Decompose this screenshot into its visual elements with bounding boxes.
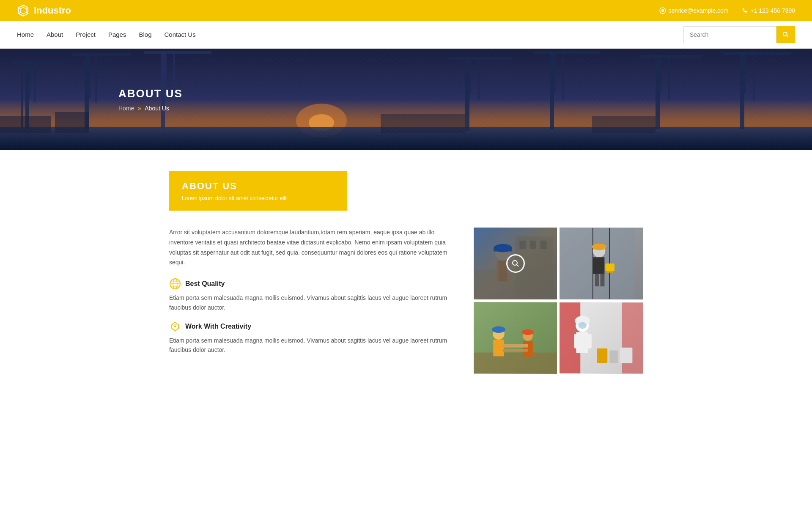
svg-rect-39 — [660, 58, 661, 92]
svg-point-68 — [513, 261, 517, 265]
svg-point-76 — [592, 244, 606, 250]
svg-rect-44 — [753, 55, 754, 102]
about-label-title: ABOUT US — [182, 181, 330, 192]
svg-rect-18 — [29, 64, 30, 98]
nav-link-project[interactable]: Project — [76, 31, 96, 38]
nav-link-contact[interactable]: Contact Us — [164, 31, 195, 38]
about-label-box: ABOUT US Lorem ipsum dolor sit amet cons… — [169, 171, 347, 211]
nav-item-project[interactable]: Project — [76, 31, 96, 38]
email-text: service@example.com — [669, 7, 729, 14]
nav-item-home[interactable]: Home — [17, 31, 34, 38]
logo-text: Industro — [34, 5, 71, 16]
svg-rect-43 — [744, 55, 746, 93]
feature-creativity-text: Etiam porta sem malesuada magna mollis e… — [169, 336, 457, 355]
search-button[interactable] — [776, 26, 795, 43]
nav-link-blog[interactable]: Blog — [139, 31, 151, 38]
image-1-overlay — [474, 228, 557, 299]
svg-rect-47 — [381, 114, 465, 133]
logo[interactable]: Industro — [17, 4, 71, 17]
feature-creativity-label: Work With Creativity — [185, 323, 251, 330]
feature-best-quality: Best Quality Etiam porta sem malesuada m… — [169, 278, 457, 312]
svg-rect-30 — [448, 57, 512, 60]
top-bar: Industro service@example.com +1 123 456 … — [0, 0, 812, 21]
nav-bar: Home About Project Pages Blog Contact Us — [0, 21, 812, 49]
svg-rect-83 — [474, 352, 557, 373]
image-1-search-icon — [506, 254, 525, 273]
svg-rect-24 — [95, 56, 97, 102]
nav-item-contact[interactable]: Contact Us — [164, 31, 195, 38]
email-contact: service@example.com — [659, 7, 729, 14]
svg-rect-78 — [595, 274, 599, 287]
breadcrumb: Home » About Us — [118, 104, 183, 112]
svg-rect-99 — [587, 334, 592, 348]
creativity-icon — [169, 321, 181, 332]
svg-rect-90 — [503, 344, 528, 348]
svg-point-10 — [783, 32, 787, 36]
nav-link-pages[interactable]: Pages — [108, 31, 126, 38]
top-bar-contact: service@example.com +1 123 456 7890 — [659, 7, 795, 14]
image-cell-2[interactable] — [560, 228, 643, 299]
svg-rect-31 — [469, 60, 471, 94]
svg-rect-41 — [740, 52, 744, 129]
nav-item-blog[interactable]: Blog — [139, 31, 151, 38]
svg-rect-29 — [465, 57, 469, 131]
svg-rect-45 — [0, 116, 51, 133]
globe-icon — [169, 278, 181, 290]
breadcrumb-current: About Us — [145, 105, 169, 112]
image-grid — [474, 228, 643, 374]
content-row: Arror sit voluptatem accusantium dolorem… — [169, 228, 643, 374]
phone-text: +1 123 456 7890 — [751, 7, 796, 14]
image-cell-3[interactable] — [474, 302, 557, 374]
image-cell-4[interactable] — [560, 302, 643, 374]
svg-rect-36 — [562, 54, 564, 100]
breadcrumb-home[interactable]: Home — [118, 105, 134, 112]
svg-rect-23 — [89, 56, 91, 98]
svg-point-100 — [578, 322, 587, 329]
hero-banner: ABOUT US Home » About Us — [0, 49, 812, 150]
svg-rect-91 — [503, 349, 528, 352]
about-label-sub: Lorem ipsum dolor sit amet consectetur e… — [182, 195, 330, 201]
svg-rect-26 — [144, 51, 211, 54]
svg-rect-42 — [723, 52, 791, 55]
svg-rect-19 — [34, 64, 36, 102]
svg-rect-22 — [72, 53, 131, 56]
svg-line-69 — [516, 265, 518, 267]
svg-rect-27 — [165, 54, 167, 92]
svg-rect-48 — [592, 116, 656, 133]
email-icon — [659, 7, 666, 14]
nav-link-about[interactable]: About — [47, 31, 63, 38]
svg-rect-89 — [523, 341, 533, 357]
hero-content: ABOUT US Home » About Us — [118, 87, 183, 112]
feature-creativity: Work With Creativity Etiam porta sem mal… — [169, 321, 457, 355]
breadcrumb-separator: » — [137, 104, 141, 112]
svg-rect-38 — [639, 55, 702, 58]
svg-rect-46 — [55, 112, 89, 133]
image-cell-1[interactable] — [474, 228, 557, 299]
svg-rect-79 — [601, 274, 605, 287]
about-body-text: Arror sit voluptatem accusantium dolorem… — [169, 228, 457, 268]
nav-item-about[interactable]: About — [47, 31, 63, 38]
svg-point-54 — [174, 326, 176, 327]
feature-best-quality-label: Best Quality — [185, 280, 225, 288]
svg-rect-98 — [574, 334, 579, 348]
svg-rect-80 — [605, 263, 614, 271]
search-bar — [683, 26, 795, 43]
nav-link-home[interactable]: Home — [17, 31, 34, 38]
feature-best-quality-title: Best Quality — [169, 278, 457, 290]
svg-rect-102 — [609, 351, 618, 363]
svg-rect-40 — [668, 58, 670, 100]
svg-rect-35 — [554, 54, 556, 92]
svg-rect-103 — [620, 348, 633, 363]
about-section: ABOUT US Lorem ipsum dolor sit amet cons… — [152, 150, 660, 387]
hero-title: ABOUT US — [118, 87, 183, 100]
svg-point-88 — [522, 329, 534, 335]
svg-rect-33 — [550, 51, 554, 129]
content-left: Arror sit voluptatem accusantium dolorem… — [169, 228, 457, 374]
search-input[interactable] — [683, 26, 776, 43]
svg-rect-32 — [478, 60, 480, 100]
nav-item-pages[interactable]: Pages — [108, 31, 126, 38]
svg-point-9 — [661, 9, 664, 12]
phone-icon — [741, 7, 748, 14]
search-icon — [782, 31, 789, 38]
svg-line-11 — [787, 36, 788, 37]
